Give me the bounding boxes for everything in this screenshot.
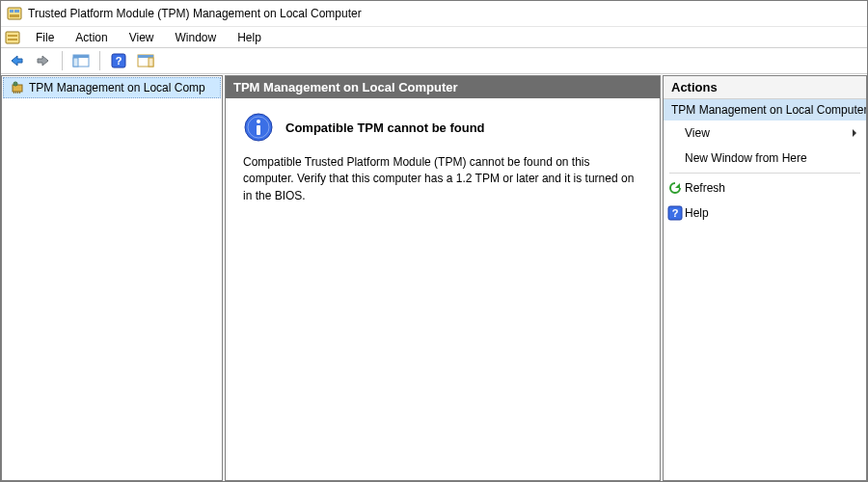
actions-pane: Actions TPM Management on Local Computer… xyxy=(663,75,867,481)
back-button[interactable] xyxy=(5,50,28,71)
content-pane: TPM Management on Local Computer Compati… xyxy=(225,75,661,481)
chevron-right-icon xyxy=(851,128,858,138)
toolbar-separator xyxy=(62,51,63,70)
show-hide-action-pane-button[interactable] xyxy=(134,50,157,71)
action-new-window-label: New Window from Here xyxy=(685,151,807,165)
tree-root-item[interactable]: TPM Management on Local Comp xyxy=(3,77,221,98)
action-refresh[interactable]: Refresh xyxy=(664,175,866,201)
action-view[interactable]: View xyxy=(664,120,866,146)
svg-rect-9 xyxy=(73,58,78,67)
menu-action[interactable]: Action xyxy=(66,29,117,46)
content-header: TPM Management on Local Computer xyxy=(226,76,660,98)
titlebar: Trusted Platform Module (TPM) Management… xyxy=(1,1,867,26)
svg-rect-20 xyxy=(19,92,20,94)
svg-rect-17 xyxy=(14,92,14,94)
tree-root-label: TPM Management on Local Comp xyxy=(29,81,205,94)
svg-rect-5 xyxy=(8,35,17,37)
menu-file[interactable]: File xyxy=(26,29,64,46)
actions-pane-title: Actions xyxy=(664,76,866,99)
svg-rect-3 xyxy=(10,14,19,17)
menu-view[interactable]: View xyxy=(120,29,164,46)
actions-separator xyxy=(669,173,860,174)
svg-rect-18 xyxy=(15,92,16,94)
svg-point-24 xyxy=(257,120,260,123)
toolbar: ? xyxy=(1,47,867,74)
svg-rect-4 xyxy=(6,32,19,43)
svg-rect-0 xyxy=(8,8,21,19)
action-view-label: View xyxy=(685,126,710,140)
content-body: Compatible TPM cannot be found Compatibl… xyxy=(226,98,660,480)
show-hide-tree-button[interactable] xyxy=(69,50,93,71)
mmc-app-icon xyxy=(7,6,22,21)
svg-text:?: ? xyxy=(672,207,679,219)
menu-window[interactable]: Window xyxy=(166,29,227,46)
svg-rect-25 xyxy=(257,125,260,135)
svg-text:?: ? xyxy=(116,55,122,67)
svg-rect-1 xyxy=(10,10,14,13)
help-button[interactable]: ? xyxy=(107,50,130,71)
toolbar-separator xyxy=(99,51,100,70)
arrow-right-icon xyxy=(36,54,51,67)
action-help-label: Help xyxy=(685,206,709,220)
action-pane-icon xyxy=(137,54,154,67)
svg-rect-6 xyxy=(8,39,17,40)
svg-rect-14 xyxy=(149,58,153,67)
main-area: TPM Management on Local Comp TPM Managem… xyxy=(1,74,867,481)
refresh-icon xyxy=(667,180,683,196)
mmc-menu-icon xyxy=(5,30,20,45)
window-title: Trusted Platform Module (TPM) Management… xyxy=(28,7,362,20)
message-title: Compatible TPM cannot be found xyxy=(285,120,485,135)
tpm-chip-icon xyxy=(10,80,25,95)
action-refresh-label: Refresh xyxy=(685,181,725,195)
menu-help[interactable]: Help xyxy=(228,29,271,46)
menubar: File Action View Window Help xyxy=(1,26,867,47)
help-icon: ? xyxy=(111,53,126,68)
help-icon: ? xyxy=(667,205,683,221)
arrow-left-icon xyxy=(9,54,24,67)
panels-icon xyxy=(72,54,90,67)
message-body: Compatible Trusted Platform Module (TPM)… xyxy=(243,154,642,204)
svg-rect-19 xyxy=(17,92,18,94)
tree-pane: TPM Management on Local Comp xyxy=(1,75,223,481)
action-new-window[interactable]: New Window from Here xyxy=(664,146,866,171)
forward-button[interactable] xyxy=(32,50,55,71)
svg-rect-2 xyxy=(14,10,19,13)
actions-section-header: TPM Management on Local Computer xyxy=(664,99,866,120)
action-help[interactable]: ? Help xyxy=(664,201,866,226)
svg-rect-15 xyxy=(13,85,22,92)
info-icon xyxy=(243,112,274,143)
